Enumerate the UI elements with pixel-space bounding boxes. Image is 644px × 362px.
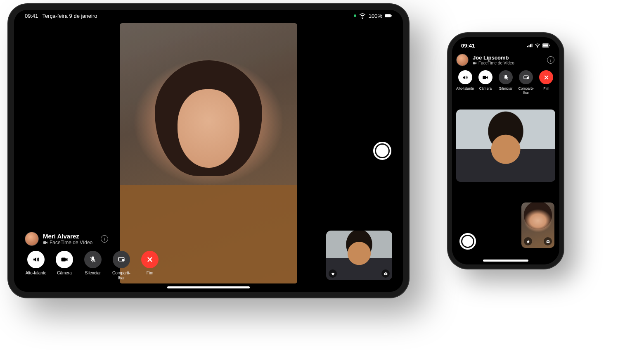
camera-small-icon [546,239,550,244]
end-call-button[interactable] [141,251,159,268]
info-icon[interactable]: i [101,235,108,243]
end-label: Fim [543,87,549,91]
svg-rect-20 [473,62,476,64]
mute-label: Silenciar [85,271,101,276]
video-icon [61,256,68,263]
shareplay-button[interactable] [113,251,130,268]
caller-name: Meri Alvarez [43,233,92,240]
ipad-status-time: 09:41 [25,13,38,19]
svg-point-11 [385,273,386,274]
end-call-button[interactable] [539,70,553,84]
share-label: Comparti- lhar [112,271,130,280]
svg-rect-14 [530,44,531,47]
svg-rect-2 [391,15,391,17]
camera-small-icon [384,272,388,276]
info-icon[interactable]: i [547,56,554,64]
star-icon [526,239,530,244]
close-icon [543,74,549,81]
live-photo-shutter-button[interactable] [373,142,391,160]
caller-name: Joe Lipscomb [473,55,514,61]
wifi-icon [535,42,540,49]
svg-rect-18 [543,44,548,47]
caller-avatar[interactable] [25,232,39,246]
flip-camera-button[interactable] [544,237,552,245]
close-icon [146,256,154,263]
self-view-pip[interactable] [326,231,392,280]
dynamic-island [488,41,524,51]
svg-point-16 [537,47,538,48]
svg-point-28 [547,241,549,242]
shareplay-icon [523,74,529,81]
svg-rect-3 [43,241,46,244]
svg-rect-19 [549,45,549,46]
speaker-button[interactable] [458,70,472,84]
mic-off-icon [503,74,509,81]
live-photo-shutter-button[interactable] [459,233,476,250]
mute-button[interactable] [499,70,513,84]
camera-button[interactable] [56,251,73,268]
video-small-icon [43,240,48,245]
wifi-icon [359,12,366,19]
ipad-battery-pct: 100% [369,13,382,19]
speaker-icon [462,74,468,81]
camera-button[interactable] [478,70,492,84]
svg-rect-21 [483,76,487,79]
ipad-device: 09:41 Terça-feira 9 de janeiro 100% Meri… [8,4,409,298]
svg-rect-13 [529,45,530,47]
mic-off-icon [89,256,97,263]
svg-rect-15 [532,44,533,47]
iphone-screen: 09:41 Joe Lipscomb FaceTime de Vídeo i [452,37,559,264]
speaker-icon [32,256,40,263]
caller-subtitle: FaceTime de Vídeo [50,240,92,245]
battery-icon [542,42,550,49]
svg-rect-4 [62,258,66,262]
svg-point-25 [527,77,528,79]
call-control-panel: Meri Alvarez FaceTime de Vídeo i Alto-fa… [25,232,161,280]
mute-label: Silenciar [499,87,513,91]
speaker-button[interactable] [27,251,45,268]
video-icon [482,74,488,81]
ipad-screen: 09:41 Terça-feira 9 de janeiro 100% Meri… [14,10,403,292]
speaker-label: Alto-falante [456,87,474,91]
shareplay-icon [118,256,125,263]
call-control-panel: Joe Lipscomb FaceTime de Vídeo i Alto-fa… [456,54,555,95]
home-indicator[interactable] [167,286,250,288]
home-indicator[interactable] [483,260,528,262]
svg-point-0 [362,18,363,19]
star-icon [331,272,335,276]
remote-video [456,110,555,182]
speaker-label: Alto-falante [26,271,47,276]
ipad-status-date: Terça-feira 9 de janeiro [43,13,97,19]
ipad-status-bar: 09:41 Terça-feira 9 de janeiro 100% [14,10,403,21]
effects-button[interactable] [524,237,532,245]
flip-camera-button[interactable] [381,269,390,278]
effects-button[interactable] [329,269,337,278]
iphone-status-time: 09:41 [461,43,475,49]
end-label: Fim [147,271,154,276]
svg-point-8 [122,259,124,261]
camera-label: Câmera [57,271,72,276]
mute-button[interactable] [84,251,102,268]
share-label: Comparti- lhar [519,87,534,95]
video-small-icon [473,61,477,65]
svg-rect-12 [527,46,528,47]
camera-active-dot-icon [354,14,356,17]
iphone-device: 09:41 Joe Lipscomb FaceTime de Vídeo i [448,33,564,269]
caller-avatar[interactable] [456,54,469,66]
self-view-pip[interactable] [521,202,554,248]
camera-label: Câmera [479,87,492,91]
battery-icon [385,12,392,19]
caller-subtitle: FaceTime de Vídeo [478,61,514,65]
shareplay-button[interactable] [519,70,533,84]
svg-rect-1 [385,14,391,17]
cellular-icon [527,42,533,49]
